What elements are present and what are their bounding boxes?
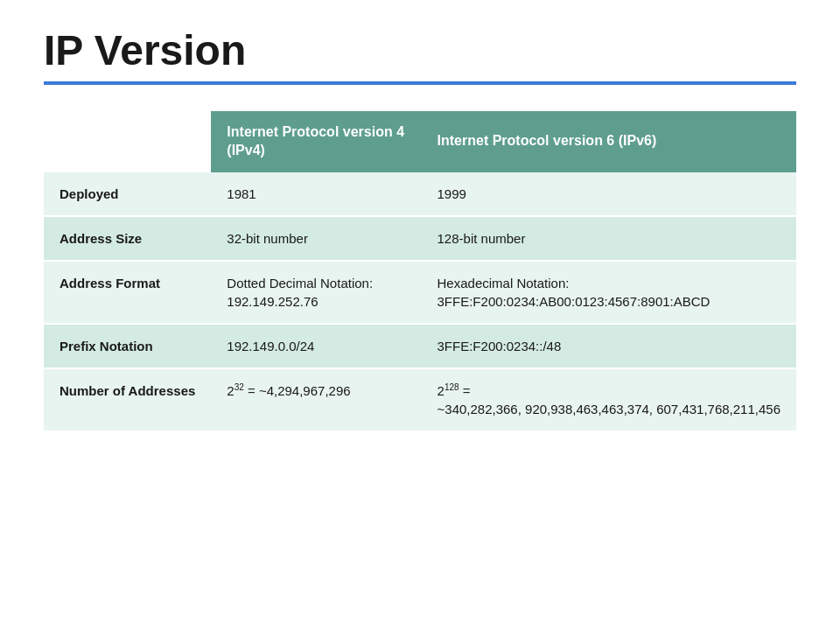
row-label-prefix-notation: Prefix Notation — [44, 324, 211, 368]
row-ipv6-prefix-notation: 3FFE:F200:0234::/48 — [422, 324, 796, 368]
col-header-empty — [44, 111, 211, 172]
row-label-address-size: Address Size — [44, 216, 211, 261]
table-row: Address Format Dotted Decimal Notation: … — [44, 261, 796, 324]
row-ipv4-deployed: 1981 — [211, 172, 421, 216]
row-label-deployed: Deployed — [44, 172, 211, 216]
row-ipv6-address-format: Hexadecimal Notation: 3FFE:F200:0234:AB0… — [422, 261, 796, 324]
table-row: Number of Addresses 232 = ~4,294,967,296… — [44, 368, 796, 431]
row-ipv4-num-addresses: 232 = ~4,294,967,296 — [211, 368, 421, 431]
ipv4-addresses-text: = ~4,294,967,296 — [244, 383, 351, 398]
comparison-table: Internet Protocol version 4 (IPv4) Inter… — [44, 111, 796, 432]
col-header-ipv6: Internet Protocol version 6 (IPv6) — [422, 111, 796, 172]
row-ipv4-address-format: Dotted Decimal Notation: 192.149.252.76 — [211, 261, 421, 324]
page-title: IP Version — [44, 26, 796, 74]
ipv4-format-value: 192.149.252.76 — [227, 294, 318, 309]
table-wrapper: Internet Protocol version 4 (IPv4) Inter… — [44, 111, 796, 432]
ipv4-exponent: 32 — [234, 382, 244, 392]
table-row: Prefix Notation 192.149.0.0/24 3FFE:F200… — [44, 324, 796, 368]
ipv6-format-prefix: Hexadecimal Notation: — [438, 276, 570, 290]
table-row: Deployed 1981 1999 — [44, 172, 796, 216]
row-label-num-addresses: Number of Addresses — [44, 368, 211, 431]
page: IP Version Internet Protocol version 4 (… — [0, 0, 840, 630]
ipv6-addresses-text: = ~340,282,366, 920,938,463,463,374, 607… — [438, 383, 780, 416]
row-ipv4-address-size: 32-bit number — [211, 216, 421, 261]
row-ipv4-prefix-notation: 192.149.0.0/24 — [211, 324, 421, 368]
ipv6-exponent: 128 — [444, 382, 459, 392]
row-ipv6-address-size: 128-bit number — [422, 216, 796, 261]
table-row: Address Size 32-bit number 128-bit numbe… — [44, 216, 796, 261]
row-label-address-format: Address Format — [44, 261, 211, 324]
row-ipv6-deployed: 1999 — [422, 172, 796, 216]
ipv4-format-prefix: Dotted Decimal Notation: — [227, 276, 373, 290]
ipv6-format-value: 3FFE:F200:0234:AB00:0123:4567:8901:ABCD — [438, 294, 710, 309]
row-ipv6-num-addresses: 2128 = ~340,282,366, 920,938,463,463,374… — [422, 368, 796, 431]
title-divider — [44, 81, 796, 85]
col-header-ipv4: Internet Protocol version 4 (IPv4) — [211, 111, 421, 172]
